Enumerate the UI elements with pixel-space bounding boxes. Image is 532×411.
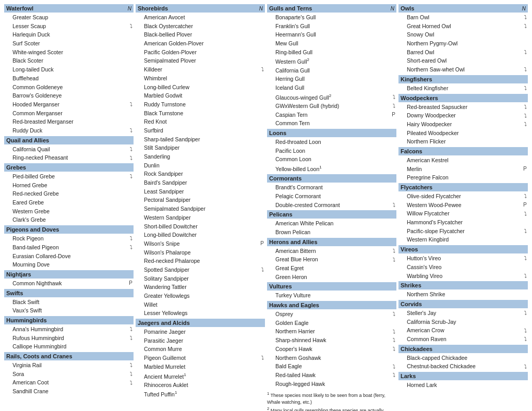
species-item: Common Murre: [136, 345, 265, 354]
species-name: Chestnut-backed Chickadee: [407, 362, 523, 370]
section-title: Quail and Allies: [6, 137, 49, 143]
species-name: Sanderling: [144, 153, 264, 161]
species-item: Long-tailed Duck: [4, 65, 134, 74]
species-item: American Crow⤵: [398, 326, 528, 335]
species-name: Northern Flicker: [407, 138, 527, 146]
species-item: Sanderling: [136, 152, 265, 161]
species-item: Rock Sandpiper: [136, 170, 265, 178]
section-header-3-7: Corvids: [398, 300, 528, 308]
section-0-4: NightjarsCommon NighthawkP: [4, 270, 134, 288]
tag-label: P: [392, 111, 395, 118]
section-title: Vultures: [269, 283, 292, 289]
species-name: Common Goldeneye: [13, 83, 132, 91]
column-3: OwlsNBarn Owl⤵Great Horned Owl⤵Snowy Owl…: [398, 4, 528, 391]
species-name: Turkey Vulture: [275, 292, 395, 299]
species-name: Eurasian Collared-Dove: [13, 252, 132, 260]
species-name: American Crow: [407, 327, 523, 334]
species-name: Brandt's Cormorant: [275, 184, 395, 191]
species-name: Warbling Vireo: [407, 272, 523, 280]
species-name: Pelagic Cormorant: [275, 192, 395, 200]
check-mark: ⤵: [393, 345, 395, 353]
section-header-0-4: Nightjars: [4, 270, 134, 279]
section-2-1: LoonsRed-throated LoonPacific LoonCommon…: [267, 129, 396, 173]
section-header-3-2: Woodpeckers: [398, 94, 528, 102]
species-name: Common Loon: [275, 155, 395, 163]
species-name: Horned Grebe: [13, 182, 132, 189]
section-3-0: OwlsNBarn Owl⤵Great Horned Owl⤵Snowy Owl…: [398, 4, 528, 74]
species-item: Western Sandpiper: [136, 213, 265, 222]
species-name: GWxWestern Gull (hybrid): [275, 102, 392, 110]
species-name: Red Knot: [144, 118, 264, 126]
check-mark: ⤵: [393, 328, 395, 335]
species-item: Great Horned Owl⤵: [398, 22, 528, 31]
species-name: Least Sandpiper: [144, 188, 264, 196]
species-item: Stilt Sandpiper: [136, 143, 265, 152]
species-name: Sharp-tailed Sandpiper: [144, 136, 264, 143]
species-name: Red-throated Loon: [275, 138, 395, 146]
section-0-0: WaterfowlNGreater ScaupLesser Scaup⤵Harl…: [4, 4, 134, 135]
tag-label: P: [129, 280, 132, 287]
species-item: Barn Owl⤵: [398, 13, 528, 22]
species-item: Lesser Scaup⤵: [4, 22, 134, 31]
check-mark: ⤵: [130, 235, 132, 242]
species-item: American Kestrel: [398, 156, 528, 165]
check-mark: ⤵: [130, 379, 132, 386]
section-0-2: GrebesPied-billed Grebe⤵Horned GrebeRed-…: [4, 163, 134, 224]
check-mark: ⤵: [393, 201, 395, 209]
species-name: Common Raven: [407, 335, 523, 343]
species-item: Sharp-shinned Hawk⤵: [267, 336, 396, 345]
species-item: Killdeer⤵: [136, 65, 265, 74]
check-mark: ⤵: [524, 120, 527, 128]
section-header-0-7: Rails, Coots and Cranes: [4, 352, 134, 360]
tag-label: P: [523, 201, 527, 209]
species-item: Bufflehead: [4, 74, 134, 83]
species-item: Red-breasted Sapsucker⤵: [398, 103, 528, 112]
check-mark: ⤵: [130, 154, 132, 162]
section-title: Cormorants: [269, 175, 301, 182]
species-item: Pacific Golden-Plover: [136, 48, 265, 57]
section-title: Falcons: [401, 148, 422, 154]
section-title: Owls: [401, 5, 414, 11]
species-name: Caspian Tern: [275, 111, 391, 119]
species-name: Western Wood-Pewee: [407, 201, 522, 209]
species-name: Iceland Gull: [275, 84, 395, 92]
species-item: Parasitic Jaeger: [136, 336, 265, 345]
species-item: Red-breasted Merganser: [4, 117, 134, 126]
species-name: Pectoral Sandpiper: [144, 196, 264, 204]
section-title: Gulls and Terns: [269, 5, 312, 11]
section-title: Swifts: [6, 290, 23, 296]
section-header-3-5: Vireos: [398, 245, 528, 253]
species-name: Vaux's Swift: [13, 307, 132, 315]
species-item: Snowy Owl: [398, 30, 528, 39]
species-item: Olive-sided Flycatcher⤵: [398, 192, 528, 201]
species-name: Green Heron: [275, 273, 395, 281]
species-name: Barrow's Goldeneye: [13, 92, 132, 100]
species-item: Short-eared Owl: [398, 56, 528, 65]
species-name: Downy Woodpecker: [407, 112, 523, 119]
species-name: Marbled Murrelet: [144, 363, 264, 371]
species-item: GWxWestern Gull (hybrid)⤵: [267, 102, 396, 111]
section-title: Loons: [269, 130, 286, 136]
species-item: Downy Woodpecker⤵: [398, 111, 528, 120]
species-name: Pacific Golden-Plover: [144, 49, 264, 56]
species-name: Merlin: [407, 165, 522, 173]
species-name: Red-necked Grebe: [13, 190, 132, 198]
species-name: Short-billed Dowitcher: [144, 223, 264, 231]
species-item: Red-necked Phalarope: [136, 257, 265, 265]
species-item: Belted Kingfisher⤵: [398, 84, 528, 93]
check-mark: ⤵: [393, 93, 395, 101]
section-header-2-4: Herons and Allies: [267, 238, 396, 246]
species-item: Lesser Yellowlegs: [136, 309, 265, 318]
species-item: White-winged Scoter: [4, 48, 134, 57]
species-item: Chestnut-backed Chickadee⤵: [398, 362, 528, 371]
species-item: Rough-legged Hawk: [267, 380, 396, 389]
species-name: Black Turnstone: [144, 110, 264, 117]
section-title: Pigeons and Doves: [6, 226, 59, 233]
species-name: Western Grebe: [13, 208, 132, 215]
species-name: Black Oystercatcher: [144, 22, 264, 30]
species-item: Marbled Murrelet: [136, 362, 265, 371]
species-name: Rough-legged Hawk: [275, 380, 395, 388]
species-name: Barn Owl: [407, 14, 523, 21]
species-item: Mew Gull: [267, 39, 396, 48]
species-item: Wilson's Phalarope: [136, 248, 265, 257]
